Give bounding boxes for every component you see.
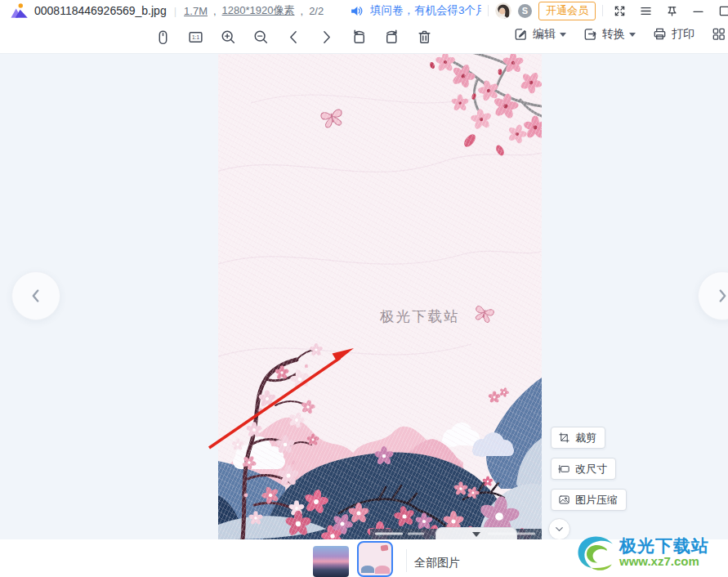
rotate-left-icon[interactable] — [348, 26, 369, 47]
crop-button[interactable]: 裁剪 — [551, 427, 605, 449]
promo-link[interactable]: 填问卷，有机会得3个月超级... — [370, 3, 481, 18]
file-size-link[interactable]: 1.7M — [184, 5, 208, 17]
chevron-down-icon — [553, 523, 565, 535]
pin-icon[interactable] — [662, 1, 681, 20]
site-logo-icon — [572, 530, 616, 575]
s-badge-icon[interactable]: S — [518, 4, 532, 18]
photo-viewer-image[interactable]: 极光下载站 — [218, 54, 542, 539]
app-logo-icon — [10, 2, 29, 20]
previous-image-nav-button[interactable] — [11, 271, 60, 320]
thumbnail-sunset[interactable] — [313, 546, 349, 577]
speaker-icon — [350, 4, 364, 18]
resize-icon — [558, 463, 570, 475]
previous-image-icon[interactable] — [283, 26, 304, 47]
print-button[interactable]: 打印 — [652, 26, 695, 42]
filmstrip-toggle-tab[interactable] — [435, 527, 517, 540]
delete-icon[interactable] — [413, 26, 435, 47]
minimize-icon[interactable] — [688, 1, 708, 20]
divider — [488, 5, 489, 16]
user-avatar[interactable] — [495, 2, 511, 19]
menu-icon[interactable] — [636, 1, 655, 20]
site-name: 极光下载站 — [619, 537, 709, 555]
resize-button[interactable]: 改尺寸 — [551, 458, 616, 480]
svg-text:1:1: 1:1 — [191, 34, 199, 40]
bottom-bar: 全部图片 极光下载站 www.xz7.com — [0, 539, 728, 577]
site-url: www.xz7.com — [619, 555, 709, 568]
image-dimensions-link[interactable]: 1280*1920像素 — [222, 3, 295, 18]
divider — [602, 5, 603, 16]
mouse-tool-icon[interactable] — [152, 26, 173, 47]
convert-button[interactable]: 转换 — [583, 26, 636, 42]
triangle-down-icon — [472, 532, 480, 537]
convert-icon — [583, 26, 598, 42]
compress-button[interactable]: 图片压缩 — [551, 489, 627, 511]
chevron-right-icon — [713, 287, 728, 305]
zoom-out-icon[interactable] — [250, 26, 271, 47]
caret-down-icon — [560, 33, 566, 37]
maximize-icon[interactable] — [714, 1, 728, 20]
grid-tools-icon — [711, 26, 726, 42]
print-icon — [652, 26, 668, 42]
title-bar: 0008118446926569_b.jpg | 1.7M , 1280*192… — [0, 0, 728, 21]
image-index: 2/2 — [309, 5, 324, 17]
all-images-label[interactable]: 全部图片 — [414, 556, 460, 570]
edit-button[interactable]: 编辑 — [513, 26, 566, 42]
photo-watermark-text: 极光下载站 — [379, 308, 460, 324]
ratio-1to1-icon[interactable]: 1:1 — [185, 26, 206, 47]
edit-icon — [513, 26, 529, 42]
site-watermark: 极光下载站 www.xz7.com — [572, 527, 728, 577]
caret-down-icon — [629, 33, 636, 37]
open-vip-button[interactable]: 开通会员 — [538, 2, 596, 20]
collapse-actions-button[interactable] — [548, 518, 570, 540]
compress-icon — [558, 494, 570, 506]
file-name: 0008118446926569_b.jpg — [34, 4, 167, 17]
fullscreen-icon[interactable] — [610, 1, 629, 20]
separator: | — [172, 5, 178, 17]
zoom-in-icon[interactable] — [217, 26, 239, 47]
tools-panel-button[interactable]: 工 — [711, 26, 728, 42]
crop-icon — [558, 432, 570, 444]
divider — [406, 549, 407, 572]
chevron-left-icon — [27, 287, 45, 305]
next-image-icon[interactable] — [315, 26, 337, 47]
rotate-right-icon[interactable] — [381, 26, 402, 47]
toolbar: 1:1 — [0, 21, 728, 54]
thumbnail-blossom-selected[interactable] — [357, 541, 393, 577]
